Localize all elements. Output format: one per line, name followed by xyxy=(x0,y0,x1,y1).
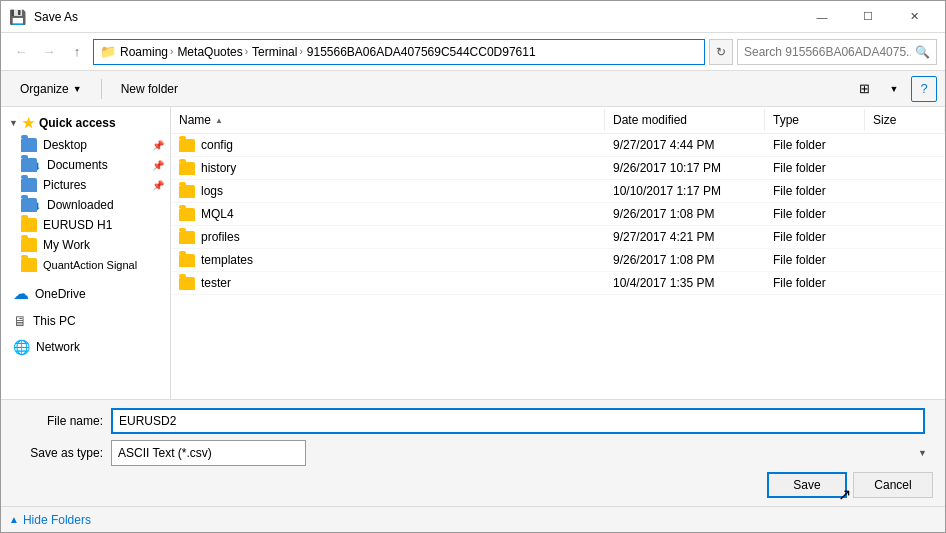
file-name: history xyxy=(201,161,236,175)
path-folder-icon: 📁 xyxy=(100,44,116,59)
folder-icon xyxy=(179,139,195,152)
quantaction-label: QuantAction Signal xyxy=(43,259,137,271)
maximize-button[interactable]: ☐ xyxy=(845,1,891,33)
column-name[interactable]: Name ▲ xyxy=(171,109,605,131)
path-id: 915566BA06ADA407569C544CC0D97611 xyxy=(307,45,536,59)
file-date-cell: 9/26/2017 1:08 PM xyxy=(605,203,765,225)
table-row[interactable]: templates 9/26/2017 1:08 PM File folder xyxy=(171,249,945,272)
toolbar: Organize ▼ New folder ⊞ ▼ ? xyxy=(1,71,945,107)
sidebar-item-documents[interactable]: ⬇ Documents 📌 xyxy=(1,155,170,175)
eurusd-folder-icon xyxy=(21,218,37,232)
column-date[interactable]: Date modified xyxy=(605,109,765,131)
sidebar-section-quick-access: ▼ ★ Quick access Desktop 📌 ⬇ Document xyxy=(1,111,170,275)
refresh-button[interactable]: ↻ xyxy=(709,39,733,65)
title-bar-controls: — ☐ ✕ xyxy=(799,1,937,33)
organize-button[interactable]: Organize ▼ xyxy=(9,76,93,102)
quantaction-folder-icon xyxy=(21,258,37,272)
window-title: Save As xyxy=(34,10,78,24)
quick-access-star-icon: ★ xyxy=(22,115,35,131)
view-button[interactable]: ⊞ xyxy=(851,76,877,102)
folder-icon xyxy=(179,254,195,267)
pictures-pin-icon: 📌 xyxy=(152,180,164,191)
file-date: 9/26/2017 1:08 PM xyxy=(613,253,714,267)
filename-input[interactable] xyxy=(111,408,925,434)
file-type: File folder xyxy=(773,207,826,221)
table-row[interactable]: config 9/27/2017 4:44 PM File folder xyxy=(171,134,945,157)
file-date: 9/26/2017 10:17 PM xyxy=(613,161,721,175)
sidebar-item-downloaded[interactable]: ⬇ Downloaded xyxy=(1,195,170,215)
table-row[interactable]: tester 10/4/2017 1:35 PM File folder xyxy=(171,272,945,295)
cancel-button[interactable]: Cancel xyxy=(853,472,933,498)
file-name: profiles xyxy=(201,230,240,244)
documents-folder-blue-icon xyxy=(21,158,37,172)
new-folder-label: New folder xyxy=(121,82,178,96)
column-type[interactable]: Type xyxy=(765,109,865,131)
file-date-cell: 9/27/2017 4:44 PM xyxy=(605,134,765,156)
sidebar-item-my-work[interactable]: My Work xyxy=(1,235,170,255)
sidebar-item-quantaction[interactable]: QuantAction Signal xyxy=(1,255,170,275)
address-path[interactable]: 📁 Roaming › MetaQuotes › Terminal › 9155… xyxy=(93,39,705,65)
forward-button[interactable]: → xyxy=(37,40,61,64)
file-name: MQL4 xyxy=(201,207,234,221)
desktop-label: Desktop xyxy=(43,138,87,152)
savetype-label: Save as type: xyxy=(13,446,103,460)
up-button[interactable]: ↑ xyxy=(65,40,89,64)
sort-asc-icon: ▲ xyxy=(215,116,223,125)
sidebar-item-desktop[interactable]: Desktop 📌 xyxy=(1,135,170,155)
view-dropdown-button[interactable]: ▼ xyxy=(881,76,907,102)
documents-label: Documents xyxy=(47,158,108,172)
documents-pin-icon: 📌 xyxy=(152,160,164,171)
downloaded-label: Downloaded xyxy=(47,198,114,212)
table-row[interactable]: MQL4 9/26/2017 1:08 PM File folder xyxy=(171,203,945,226)
sidebar-item-onedrive[interactable]: ☁ OneDrive xyxy=(1,279,170,308)
my-work-folder-icon xyxy=(21,238,37,252)
minimize-button[interactable]: — xyxy=(799,1,845,33)
file-type: File folder xyxy=(773,276,826,290)
file-date-cell: 9/26/2017 1:08 PM xyxy=(605,249,765,271)
organize-label: Organize xyxy=(20,82,69,96)
help-icon: ? xyxy=(920,81,927,96)
quick-access-chevron-icon: ▼ xyxy=(9,118,18,128)
sidebar: ▼ ★ Quick access Desktop 📌 ⬇ Document xyxy=(1,107,171,399)
sidebar-item-network[interactable]: 🌐 Network xyxy=(1,334,170,360)
this-pc-label: This PC xyxy=(33,314,76,328)
sidebar-item-eurusd[interactable]: EURUSD H1 xyxy=(1,215,170,235)
view-dropdown-icon: ▼ xyxy=(890,84,899,94)
folder-icon xyxy=(179,231,195,244)
file-list-header: Name ▲ Date modified Type Size xyxy=(171,107,945,134)
sidebar-item-quick-access[interactable]: ▼ ★ Quick access xyxy=(1,111,170,135)
filename-row: File name: xyxy=(13,408,933,434)
column-size[interactable]: Size xyxy=(865,109,945,131)
back-button[interactable]: ← xyxy=(9,40,33,64)
sidebar-item-this-pc[interactable]: 🖥 This PC xyxy=(1,308,170,334)
save-button[interactable]: Save ↗ xyxy=(767,472,847,498)
main-content: ▼ ★ Quick access Desktop 📌 ⬇ Document xyxy=(1,107,945,399)
folder-icon xyxy=(179,277,195,290)
savetype-wrapper: ASCII Text (*.csv)CSV (Comma delimited) … xyxy=(111,440,933,466)
table-row[interactable]: history 9/26/2017 10:17 PM File folder xyxy=(171,157,945,180)
file-name-cell: history xyxy=(171,157,605,179)
help-button[interactable]: ? xyxy=(911,76,937,102)
file-name-cell: templates xyxy=(171,249,605,271)
window-icon: 💾 xyxy=(9,9,26,25)
savetype-select[interactable]: ASCII Text (*.csv)CSV (Comma delimited) … xyxy=(111,440,306,466)
search-box[interactable]: 🔍 xyxy=(737,39,937,65)
organize-chevron-icon: ▼ xyxy=(73,84,82,94)
table-row[interactable]: logs 10/10/2017 1:17 PM File folder xyxy=(171,180,945,203)
bottom-buttons: Save ↗ Cancel xyxy=(13,472,933,498)
view-icon: ⊞ xyxy=(859,81,870,96)
file-name-cell: profiles xyxy=(171,226,605,248)
file-size-cell xyxy=(865,272,945,294)
pictures-folder-icon xyxy=(21,178,37,192)
path-metaquotes: MetaQuotes › xyxy=(177,45,248,59)
file-type: File folder xyxy=(773,138,826,152)
hide-folders-bar[interactable]: ▲ Hide Folders xyxy=(1,506,945,532)
search-icon: 🔍 xyxy=(915,45,930,59)
downloaded-folder-icon: ⬇ xyxy=(21,198,41,212)
file-type-cell: File folder xyxy=(765,226,865,248)
table-row[interactable]: profiles 9/27/2017 4:21 PM File folder xyxy=(171,226,945,249)
search-input[interactable] xyxy=(744,45,911,59)
new-folder-button[interactable]: New folder xyxy=(110,76,189,102)
sidebar-item-pictures[interactable]: Pictures 📌 xyxy=(1,175,170,195)
close-button[interactable]: ✕ xyxy=(891,1,937,33)
